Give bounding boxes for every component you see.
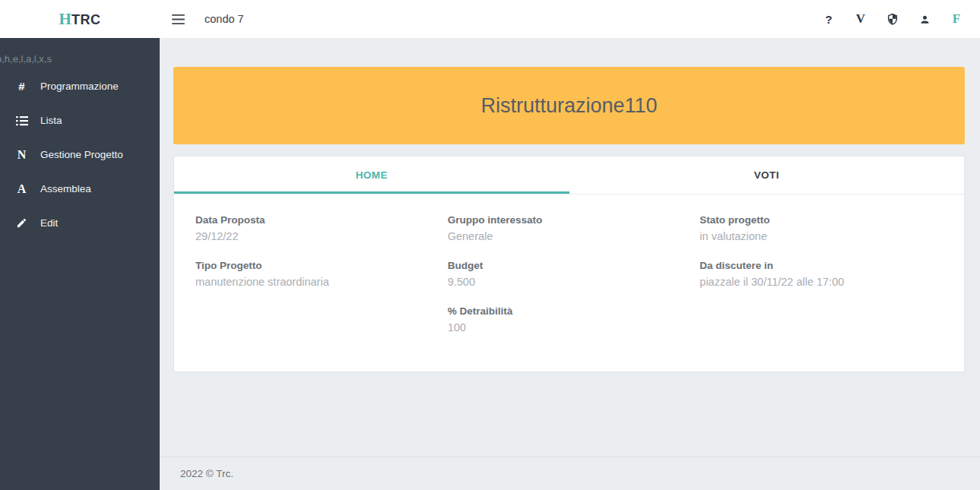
person-icon [919, 14, 931, 25]
help-button[interactable]: ? [822, 11, 836, 27]
letter-n-icon: N [15, 148, 28, 162]
sidebar-item-label: Gestione Progetto [40, 149, 123, 160]
field-tipo-progetto: Tipo Progetto manutenzione straordinaria [195, 260, 439, 288]
app: HTRC condo 7 ? V F o,h,e [0, 0, 980, 490]
field-value: in valutazione [699, 230, 943, 242]
sidebar-item-lista[interactable]: Lista [0, 103, 160, 138]
copyright-text: 2022 © Trc. [180, 468, 233, 479]
field-gruppo-interessato: Gruppo interessato Generale [448, 214, 691, 242]
v-button[interactable]: V [854, 11, 867, 27]
sidebar-item-label: Edit [40, 217, 58, 229]
field-label: Gruppo interessato [448, 214, 691, 226]
shield-button[interactable] [886, 11, 899, 27]
field-value: 9.500 [448, 276, 691, 288]
list-icon [15, 115, 28, 126]
sidebar-item-assemblea[interactable]: A Assemblea [0, 172, 160, 206]
sidebar: o,h,e,l,a,l,x,s # Programmazione Lista N… [0, 38, 160, 490]
shield-icon [886, 13, 899, 26]
main-content: Ristrutturazione110 HOME VOTI Data Propo… [160, 38, 980, 490]
field-data-proposta: Data Proposta 29/12/22 [195, 214, 439, 242]
sidebar-item-label: Assemblea [40, 183, 91, 194]
field-value: piazzale il 30/11/22 alle 17:00 [699, 276, 943, 288]
field-label: % Detraibilità [448, 305, 691, 317]
logo[interactable]: HTRC [0, 10, 160, 29]
letter-a-icon: A [15, 182, 28, 196]
sidebar-item-label: Programmazione [40, 81, 119, 92]
field-stato-progetto: Stato progetto in valutazione [699, 214, 943, 242]
logo-text: TRC [71, 12, 101, 28]
field-label: Tipo Progetto [195, 260, 439, 271]
field-da-discutere-in: Da discutere in piazzale il 30/11/22 all… [699, 260, 943, 288]
field-value: Generale [448, 230, 691, 242]
sidebar-item-gestione-progetto[interactable]: N Gestione Progetto [0, 138, 160, 172]
user-button[interactable] [918, 11, 931, 27]
sidebar-top-text: o,h,e,l,a,l,x,s [0, 53, 160, 65]
project-title: Ristrutturazione110 [480, 94, 657, 118]
tab-bar: HOME VOTI [174, 156, 964, 194]
hamburger-icon [172, 14, 185, 24]
sidebar-item-label: Lista [40, 115, 62, 126]
field-label: Data Proposta [195, 214, 439, 226]
breadcrumb: condo 7 [205, 13, 244, 25]
pencil-icon [15, 217, 28, 229]
project-card: HOME VOTI Data Proposta 29/12/22 Gruppo … [173, 156, 965, 372]
header-icons: ? V F [822, 11, 963, 27]
field-value: 100 [448, 321, 691, 334]
field-label: Stato progetto [699, 214, 943, 226]
sidebar-item-edit[interactable]: Edit [0, 206, 160, 240]
field-detraibilita: % Detraibilità 100 [448, 305, 691, 334]
hash-icon: # [15, 80, 28, 93]
field-grid: Data Proposta 29/12/22 Gruppo interessat… [174, 194, 964, 371]
sidebar-item-programmazione[interactable]: # Programmazione [0, 69, 160, 103]
footer: 2022 © Trc. [160, 457, 980, 490]
header: HTRC condo 7 ? V F [0, 0, 980, 38]
tab-home[interactable]: HOME [174, 156, 569, 194]
field-value: manutenzione straordinaria [195, 276, 439, 288]
field-label: Da discutere in [699, 260, 943, 271]
tab-voti[interactable]: VOTI [569, 156, 965, 194]
logo-accent-letter: H [59, 10, 71, 29]
field-label: Budget [448, 260, 691, 271]
field-budget: Budget 9.500 [448, 260, 691, 288]
hamburger-menu-button[interactable] [169, 11, 188, 27]
f-button[interactable]: F [950, 11, 963, 27]
project-banner: Ristrutturazione110 [173, 67, 965, 144]
field-value: 29/12/22 [195, 230, 439, 242]
